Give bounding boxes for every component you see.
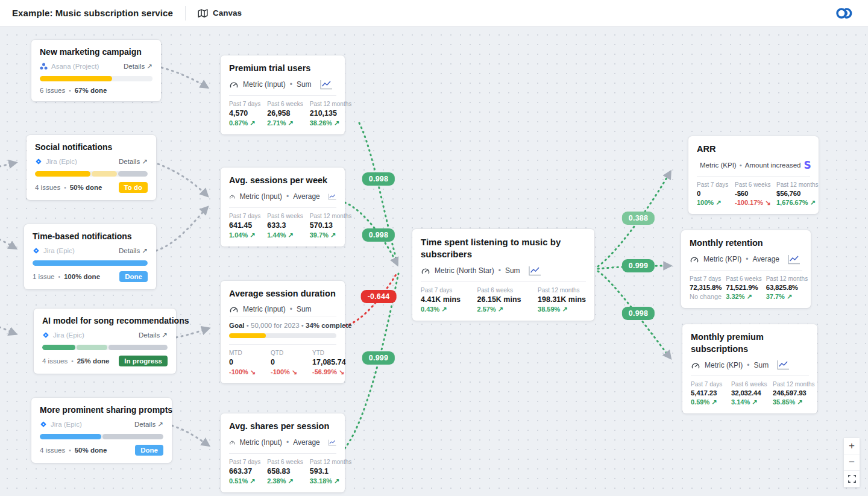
details-link[interactable]: Details ↗ [139,331,168,339]
correlation-badge[interactable]: 0.998 [362,228,395,242]
tab-canvas[interactable]: Canvas [198,8,242,18]
doubleloop-logo-icon[interactable] [835,7,856,20]
correlation-badge[interactable]: 0.998 [362,172,395,186]
status-badge: To do [119,182,148,193]
details-link[interactable]: Details ↗ [124,62,153,71]
stat-change: 1.04% ↗ [229,231,260,239]
stat-label: Past 7 days [229,459,260,465]
stat-change: 37.7% ↗ [766,293,808,301]
head-separator: • [290,80,292,89]
project-card-sharing-prompts[interactable]: More prominent sharing prompts Jira (Epi… [31,398,172,463]
stat-change: 1.44% ↗ [267,231,303,239]
done-percent: 67% done [75,87,107,94]
metric-title: Monthly retention [690,237,802,250]
stat-label: Past 12 months [766,275,808,282]
stat-change: 35.85% ↗ [773,398,814,406]
metric-aggregation: Sum [297,80,312,89]
details-link[interactable]: Details ↗ [119,246,148,255]
stat-value: 198.31K mins [538,295,586,304]
correlation-badge[interactable]: 0.998 [622,307,655,320]
stat-change: 2.71% ↗ [267,119,303,127]
project-card-social-notifications[interactable]: Social notifications Jira (Epic) Details… [27,135,156,200]
canvas[interactable]: New marketing campaign Asana (Project) D… [0,27,868,496]
metric-card-north-star[interactable]: Time spent listening to music by subscri… [412,229,594,321]
metric-card-avg-shares[interactable]: Avg. shares per session Metric (Input) •… [221,413,345,492]
footer-separator: • [71,358,74,365]
metric-card-avg-sessions[interactable]: Avg. sessions per week Metric (Input) • … [221,168,345,246]
gauge-icon [421,266,430,275]
zoom-out-button[interactable]: − [844,454,860,471]
stat-change: 33.18% ↗ [310,477,351,485]
stat-label: Past 7 days [690,275,722,282]
fullscreen-icon [848,475,856,483]
metric-card-monthly-premium-subscriptions[interactable]: Monthly premium subscriptions Metric (KP… [682,324,817,413]
project-source-label: Jira (Epic) [51,421,82,428]
project-card-ai-model[interactable]: AI model for song recommendations Jira (… [34,309,176,374]
goal-progress-bar [229,333,336,338]
status-badge: In progress [119,356,168,366]
metric-kind: Metric (North Star) [435,266,494,275]
stat-value: $56,760 [776,190,818,197]
stat-change: 38.26% ↗ [310,119,351,127]
details-link[interactable]: Details ↗ [119,157,148,166]
metric-card-avg-session-duration[interactable]: Average session duration Metric (Input) … [221,281,345,383]
metric-aggregation: Sum [297,305,312,313]
fit-view-button[interactable] [844,471,860,487]
metric-kind: Metric (Input) [243,305,286,313]
metric-aggregation: Average [753,255,779,263]
metric-card-premium-trial-users[interactable]: Premium trial users Metric (Input) • Sum… [221,55,345,134]
line-chart-icon[interactable] [328,192,336,202]
done-percent: 25% done [77,357,110,365]
line-chart-icon[interactable] [776,360,790,370]
stat-label: Past 12 months [310,459,351,465]
stat-value: 0 [229,358,264,366]
stat-change: 2.57% ↗ [477,306,521,313]
metric-title: Premium trial users [229,63,336,75]
metric-card-arr[interactable]: ARR Metric (KPI) • Amount increased S Pa… [688,136,819,214]
stat-change: 0.43% ↗ [421,306,461,313]
line-chart-icon[interactable] [528,266,541,276]
stat-change: 0.87% ↗ [229,119,260,127]
stat-label: YTD [312,350,346,356]
metric-kind: Metric (Input) [239,438,282,447]
progress-bar [35,171,148,177]
line-chart-icon[interactable] [319,80,333,90]
footer-separator: • [58,274,60,280]
project-source-label: Jira (Epic) [53,331,84,339]
gauge-icon [229,192,235,201]
app-window: Example: Music subscription service Canv… [0,0,868,496]
line-chart-icon[interactable] [328,438,336,448]
project-card-new-marketing-campaign[interactable]: New marketing campaign Asana (Project) D… [31,40,161,101]
jira-icon [42,331,49,339]
stat-value: 4,570 [229,109,260,118]
metric-card-monthly-retention[interactable]: Monthly retention Metric (KPI) • Average… [681,230,811,308]
footer-separator: • [69,87,71,94]
correlation-badge[interactable]: 0.999 [622,259,655,272]
project-card-time-based-notifications[interactable]: Time-based notifications Jira (Epic) Det… [24,224,156,289]
project-source-label: Asana (Project) [51,63,99,70]
project-source-label: Jira (Epic) [43,247,75,254]
stat-value: 246,597.93 [773,389,814,397]
goal-separator: • [247,322,249,329]
correlation-badge[interactable]: 0.388 [622,212,655,225]
correlation-badge[interactable]: 0.999 [362,351,395,365]
metric-aggregation: Average [293,438,319,447]
stat-value: 0 [271,358,306,366]
stat-label: Past 7 days [229,213,260,219]
metric-kind: Metric (Input) [243,80,286,89]
stat-label: Past 12 months [310,101,351,107]
project-title: New marketing campaign [40,47,153,57]
gauge-icon [690,255,699,263]
line-chart-icon[interactable] [787,254,800,265]
metric-kind: Metric (Input) [239,192,282,201]
correlation-badge[interactable]: -0.644 [361,290,397,303]
stat-label: Past 6 weeks [267,101,303,107]
tab-canvas-label: Canvas [213,8,242,17]
metric-kind: Metric (KPI) [703,255,741,263]
stat-value: -$60 [735,190,772,197]
goal-label: Goal [229,322,245,329]
project-source: Jira (Epic) [35,158,77,165]
details-link[interactable]: Details ↗ [134,420,163,429]
zoom-in-button[interactable]: + [844,438,860,454]
stat-label: Past 6 weeks [477,287,521,294]
